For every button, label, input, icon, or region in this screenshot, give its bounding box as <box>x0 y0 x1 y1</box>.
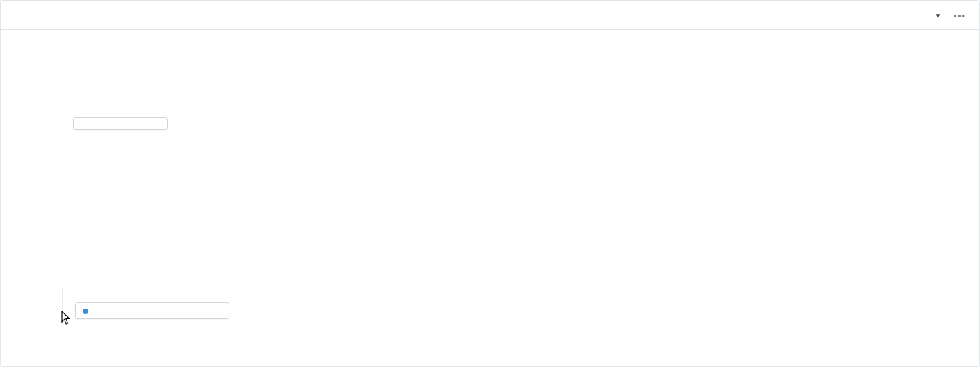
more-icon[interactable]: ••• <box>954 10 965 21</box>
cursor-icon <box>61 311 72 326</box>
main-chart[interactable] <box>1 30 979 259</box>
header-controls: ▼ ••• <box>930 10 965 21</box>
y-axis-labels <box>1 30 62 259</box>
deploy-swatch-icon <box>83 309 88 314</box>
x-axis-labels <box>62 261 964 275</box>
card-header: ▼ ••• <box>1 1 979 30</box>
caret-down-icon: ▼ <box>934 12 941 19</box>
deploy-tooltip <box>75 302 229 319</box>
app-performance-card: ▼ ••• <box>0 0 980 367</box>
metric-dropdown[interactable]: ▼ <box>930 12 941 19</box>
chart-tooltip <box>73 117 168 130</box>
